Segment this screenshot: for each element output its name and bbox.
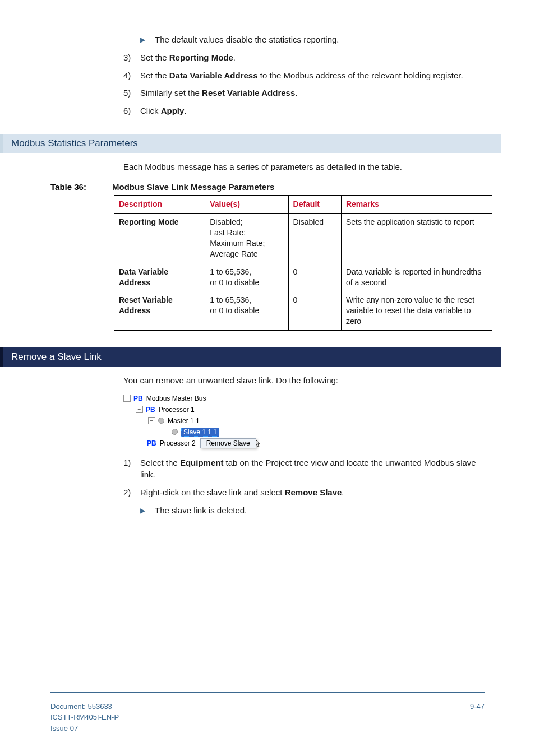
step-number: 2) [123,486,140,499]
step-body: Select the Equipment tab on the Project … [140,457,485,481]
cell-values: Disabled; Last Rate; Maximum Rate; Avera… [205,214,288,263]
table-caption: Table 36: Modbus Slave Link Message Para… [50,182,485,192]
col-default: Default [288,196,341,214]
col-description: Description [114,196,205,214]
col-values: Value(s) [205,196,288,214]
tree-node-root: Modbus Master Bus [146,395,206,402]
step-body: Similarly set the Reset Variable Address… [140,87,297,99]
tree-badge-icon: PB [133,395,143,402]
tree-node-icon [158,418,164,424]
step-body: Set the Data Variable Address to the Mod… [140,69,463,82]
tree-collapse-icon: − [123,395,131,402]
tree-collapse-icon: − [148,417,155,424]
tree-node-processor-2: Processor 2 [160,439,196,447]
list-item: ▶ The default values disable the statist… [123,34,485,46]
cell-values: 1 to 65,536, or 0 to disable [205,291,288,331]
footer-document: Document: 553633 [50,701,119,712]
cell-default: 0 [288,263,341,291]
tree-node-processor-1: Processor 1 [159,406,195,414]
list-item: ▶ The slave link is deleted. [123,504,485,517]
parameters-table: Description Value(s) Default Remarks Rep… [114,195,492,331]
list-item: 2) Right-click on the slave link and sel… [123,486,485,499]
footer-issue: Issue 07 [50,723,119,734]
step-body: Right-click on the slave link and select… [140,486,344,499]
table-number: Table 36: [50,182,112,192]
table-row: Data Variable Address 1 to 65,536, or 0 … [114,263,492,291]
tree-collapse-icon: − [136,406,143,413]
remove-steps: 1) Select the Equipment tab on the Proje… [123,457,485,517]
list-item: 1) Select the Equipment tab on the Proje… [123,457,485,481]
tree-node-selected-slave: Slave 1 1 1 [181,428,219,437]
table-row: Reset Variable Address 1 to 65,536, or 0… [114,291,492,331]
table-header-row: Description Value(s) Default Remarks [114,196,492,214]
table-row: Reporting Mode Disabled; Last Rate; Maxi… [114,214,492,263]
cell-desc: Reporting Mode [114,214,205,263]
step-body: Click Apply. [140,105,187,117]
footer-page-number: 9-47 [470,701,485,734]
cell-values: 1 to 65,536, or 0 to disable [205,263,288,291]
tree-view-screenshot: − PB Modbus Master Bus − PB Processor 1 … [123,393,485,449]
section-heading-statistics: Modbus Statistics Parameters [0,134,501,153]
cell-default: Disabled [288,214,341,263]
tree-node-master: Master 1 1 [168,417,200,425]
continuation-steps: ▶ The default values disable the statist… [123,34,485,117]
list-item: ▶ The slave link is deleted. [140,504,247,517]
cell-desc: Data Variable Address [114,263,205,291]
cell-desc: Reset Variable Address [114,291,205,331]
tree-node-icon [172,429,178,435]
page-footer: Document: 553633 ICSTT-RM405f-EN-P Issue… [50,692,485,734]
triangle-right-icon: ▶ [140,35,155,48]
step-number: 4) [123,69,140,82]
cell-remarks: Data variable is reported in hundredths … [341,263,492,291]
section-heading-remove: Remove a Slave Link [0,347,501,367]
cell-default: 0 [288,291,341,331]
list-item: 6) Click Apply. [123,105,485,117]
col-remarks: Remarks [341,196,492,214]
cell-remarks: Sets the application statistic to report [341,214,492,263]
tree-connector-icon [160,432,169,432]
bullet-text: The slave link is deleted. [155,504,247,517]
footer-divider [50,692,485,693]
triangle-right-icon: ▶ [140,506,155,518]
step-number: 6) [123,105,140,117]
section-intro: You can remove an unwanted slave link. D… [123,374,485,387]
step-body: Set the Reporting Mode. [140,52,236,64]
list-item: 4) Set the Data Variable Address to the … [123,69,485,82]
section-intro: Each Modbus message has a series of para… [123,161,485,174]
bullet-text: The default values disable the statistic… [155,34,339,46]
tree-badge-icon: PB [147,439,156,447]
cell-remarks: Write any non-zero value to the reset va… [341,291,492,331]
list-item: 5) Similarly set the Reset Variable Addr… [123,87,485,99]
list-item: ▶ The default values disable the statist… [140,34,339,46]
step-number: 3) [123,52,140,64]
step-number: 5) [123,87,140,99]
table-name: Modbus Slave Link Message Parameters [112,182,274,192]
context-menu-item: Remove Slave [200,438,256,448]
tree-connector-icon [136,443,145,443]
tree-badge-icon: PB [146,406,155,414]
footer-left: Document: 553633 ICSTT-RM405f-EN-P Issue… [50,701,119,734]
footer-reference: ICSTT-RM405f-EN-P [50,712,119,723]
step-number: 1) [123,457,140,481]
list-item: 3) Set the Reporting Mode. [123,52,485,64]
